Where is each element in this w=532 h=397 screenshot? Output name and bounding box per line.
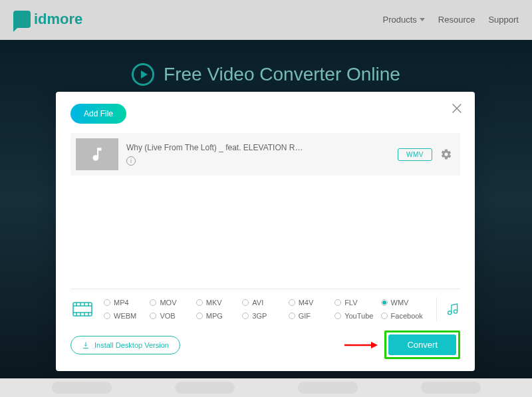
format-vob[interactable]: VOB bbox=[150, 312, 196, 320]
format-flv[interactable]: FLV bbox=[334, 299, 380, 307]
info-icon[interactable]: i bbox=[126, 156, 136, 166]
strip-placeholder bbox=[421, 382, 481, 394]
format-mpg[interactable]: MPG bbox=[196, 312, 242, 320]
file-thumbnail bbox=[76, 138, 118, 170]
download-icon bbox=[82, 341, 90, 349]
modal-footer: Install Desktop Version Convert bbox=[70, 331, 460, 359]
strip-placeholder bbox=[52, 382, 112, 394]
svg-point-14 bbox=[454, 310, 457, 313]
format-youtube[interactable]: YouTube bbox=[334, 312, 380, 320]
video-format-icon[interactable] bbox=[70, 297, 94, 321]
svg-marker-16 bbox=[371, 342, 378, 348]
file-name-label: Why (Live From The Loft) _ feat. ELEVATI… bbox=[126, 143, 390, 152]
install-desktop-button[interactable]: Install Desktop Version bbox=[70, 336, 180, 354]
close-icon[interactable] bbox=[450, 101, 464, 116]
converter-modal: Add File Why (Live From The Loft) _ feat… bbox=[56, 92, 475, 371]
convert-button[interactable]: Convert bbox=[388, 334, 456, 355]
music-note-icon bbox=[88, 146, 106, 163]
format-3gp[interactable]: 3GP bbox=[242, 312, 288, 320]
format-grid: MP4 MOV MKV AVI M4V FLV WMV WEBM VOB MPG… bbox=[104, 299, 427, 320]
format-mkv[interactable]: MKV bbox=[196, 299, 242, 307]
format-selector: MP4 MOV MKV AVI M4V FLV WMV WEBM VOB MPG… bbox=[70, 289, 460, 321]
svg-point-13 bbox=[448, 311, 452, 315]
svg-rect-2 bbox=[73, 303, 92, 316]
strip-placeholder bbox=[175, 382, 235, 394]
format-m4v[interactable]: M4V bbox=[289, 299, 334, 307]
convert-highlight-box: Convert bbox=[384, 331, 460, 359]
format-mp4[interactable]: MP4 bbox=[104, 299, 150, 307]
format-facebook[interactable]: Facebook bbox=[381, 312, 427, 320]
audio-format-icon[interactable] bbox=[436, 297, 460, 321]
strip-placeholder bbox=[298, 382, 358, 394]
arrow-annotation-icon bbox=[343, 340, 378, 350]
add-file-button[interactable]: Add File bbox=[70, 104, 126, 124]
gear-icon[interactable] bbox=[440, 148, 452, 160]
format-webm[interactable]: WEBM bbox=[104, 312, 150, 320]
bottom-strip bbox=[0, 378, 532, 397]
format-avi[interactable]: AVI bbox=[242, 299, 288, 307]
file-list: Why (Live From The Loft) _ feat. ELEVATI… bbox=[70, 133, 460, 176]
format-wmv[interactable]: WMV bbox=[381, 299, 427, 307]
format-gif[interactable]: GIF bbox=[289, 312, 334, 320]
output-format-badge[interactable]: WMV bbox=[398, 148, 432, 161]
file-row: Why (Live From The Loft) _ feat. ELEVATI… bbox=[70, 133, 460, 176]
format-mov[interactable]: MOV bbox=[150, 299, 196, 307]
